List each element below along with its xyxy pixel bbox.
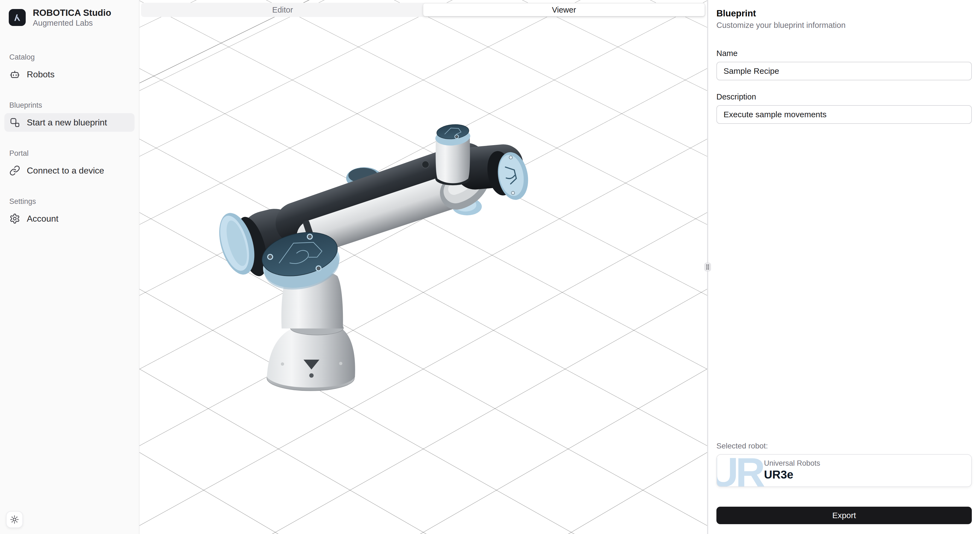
panel-resize-handle[interactable] [705,263,711,271]
sidebar: ROBOTICA Studio Augmented Labs Catalog R… [0,0,140,534]
sidebar-item-label: Start a new blueprint [27,118,107,128]
app-tagline: Augmented Labs [33,18,111,28]
name-input[interactable] [716,62,972,80]
panel-subtitle: Customize your blueprint information [716,21,972,30]
brand-text: ROBOTICA Studio Augmented Labs [33,7,111,28]
panel-resize-divider[interactable] [707,0,708,534]
description-label: Description [716,92,972,102]
selected-robot-label: Selected robot: [716,442,972,450]
nav-section-catalog: Catalog Robots [5,52,135,84]
svg-text:UR: UR [716,454,765,487]
nav-section-label: Catalog [5,52,135,62]
blueprint-panel: Blueprint Customize your blueprint infor… [708,0,980,534]
name-label: Name [716,49,972,58]
robot-model: UR3e [764,468,966,481]
sidebar-item-start-blueprint[interactable]: Start a new blueprint [5,113,135,132]
viewport-3d[interactable]: Editor Viewer [140,0,707,534]
tab-viewer[interactable]: Viewer [423,3,705,16]
sidebar-item-label: Account [27,214,59,224]
robot-icon [9,69,20,80]
brand: ROBOTICA Studio Augmented Labs [0,0,139,28]
sidebar-item-robots[interactable]: Robots [5,65,135,84]
gear-icon [9,213,20,224]
sidebar-item-connect-device[interactable]: Connect to a device [5,161,135,180]
theme-toggle-button[interactable] [6,511,23,528]
selected-robot-card[interactable]: UR Universal Robots UR3e [716,454,972,487]
app-window: ROBOTICA Studio Augmented Labs Catalog R… [0,0,980,534]
view-mode-tabs: Editor Viewer [141,3,705,17]
sun-icon [10,515,19,524]
sidebar-item-label: Robots [27,70,54,79]
nav-section-portal: Portal Connect to a device [5,149,135,180]
sidebar-item-label: Connect to a device [27,165,104,176]
robot-arm-3d [140,0,707,534]
panel-title: Blueprint [716,8,972,19]
sidebar-nav: Catalog Robots Blueprints [0,28,139,228]
nav-section-label: Settings [5,197,135,206]
workflow-icon [9,117,20,128]
export-button[interactable]: Export [716,507,972,524]
app-title: ROBOTICA Studio [33,7,111,18]
link-icon [9,165,20,176]
description-input[interactable] [716,105,972,124]
nav-section-blueprints: Blueprints Start a new blueprint [5,100,135,132]
tab-editor[interactable]: Editor [142,3,423,16]
nav-section-label: Portal [5,149,135,158]
app-logo-icon [9,9,26,26]
sidebar-item-account[interactable]: Account [5,209,135,228]
grip-dots-icon [706,264,710,270]
nav-section-label: Blueprints [5,100,135,110]
nav-section-settings: Settings Account [5,197,135,228]
selected-robot-section: Selected robot: UR Universal Robots UR3e… [716,442,972,524]
robot-vendor: Universal Robots [764,459,966,467]
